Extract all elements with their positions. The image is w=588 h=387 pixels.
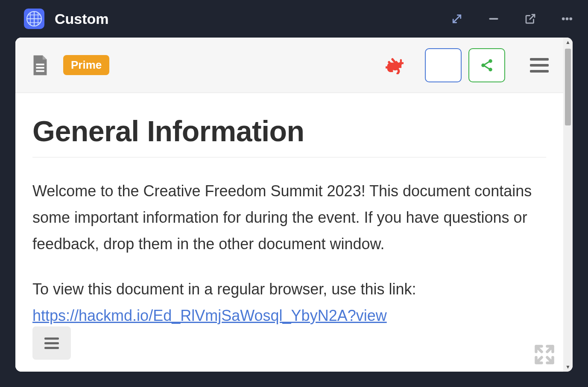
menu-button[interactable] (530, 56, 549, 75)
svg-line-17 (484, 61, 489, 64)
app-window: Custom (0, 0, 588, 387)
intro-paragraph: Welcome to the Creative Freedom Summit 2… (32, 178, 546, 257)
svg-point-9 (566, 17, 568, 20)
fullscreen-button[interactable] (533, 343, 556, 366)
share-icon (480, 58, 494, 73)
hamburger-icon (44, 338, 59, 340)
svg-point-8 (562, 17, 565, 20)
popout-button[interactable] (523, 12, 538, 26)
link-intro-text: To view this document in a regular brows… (32, 280, 416, 298)
content-frame: Prime (15, 38, 573, 372)
titlebar: Custom (0, 0, 588, 38)
svg-point-10 (570, 17, 572, 20)
minimize-button[interactable] (486, 12, 501, 26)
plug-icon[interactable] (386, 56, 404, 74)
expand-diagonal-icon (451, 12, 463, 25)
svg-rect-12 (36, 67, 44, 68)
scrollbar[interactable]: ▲ ▼ (563, 38, 573, 372)
svg-rect-11 (36, 64, 44, 65)
titlebar-left: Custom (24, 9, 109, 29)
view-mode-button[interactable] (425, 48, 462, 82)
expand-button[interactable] (450, 12, 464, 26)
view-link[interactable]: https://hackmd.io/Ed_RlVmjSaWosql_YbyN2A… (32, 307, 387, 324)
svg-line-18 (484, 66, 489, 69)
popout-icon (524, 12, 537, 25)
document-icon[interactable] (30, 54, 50, 77)
hamburger-icon (530, 58, 549, 61)
titlebar-controls (450, 12, 574, 26)
globe-grid-icon (26, 10, 43, 27)
app-icon (24, 9, 44, 29)
scroll-thumb[interactable] (565, 49, 571, 125)
minimize-icon (487, 12, 500, 25)
prime-badge[interactable]: Prime (63, 55, 109, 75)
ellipsis-icon (561, 12, 573, 25)
link-paragraph: To view this document in a regular brows… (32, 276, 546, 329)
window-title: Custom (55, 11, 109, 27)
share-button[interactable] (468, 48, 505, 82)
floating-toc-button[interactable] (32, 326, 71, 360)
page: Prime (15, 38, 563, 372)
page-heading: General Information (32, 114, 546, 157)
more-button[interactable] (560, 12, 574, 26)
scroll-up-arrow[interactable]: ▲ (563, 38, 573, 47)
doc-toolbar: Prime (15, 38, 563, 93)
scroll-down-arrow[interactable]: ▼ (563, 362, 573, 372)
svg-rect-13 (36, 70, 44, 72)
doc-body: General Information Welcome to the Creat… (15, 93, 563, 372)
